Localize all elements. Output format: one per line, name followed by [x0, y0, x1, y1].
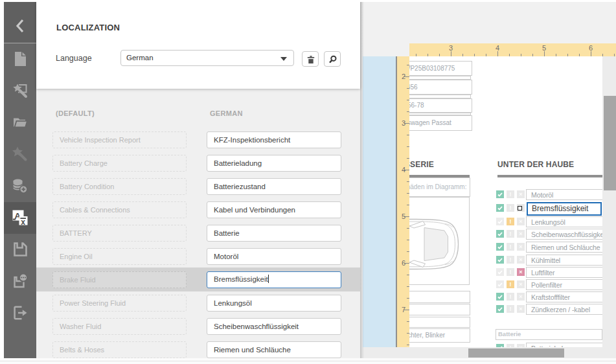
- svg-text:x: x: [21, 218, 25, 225]
